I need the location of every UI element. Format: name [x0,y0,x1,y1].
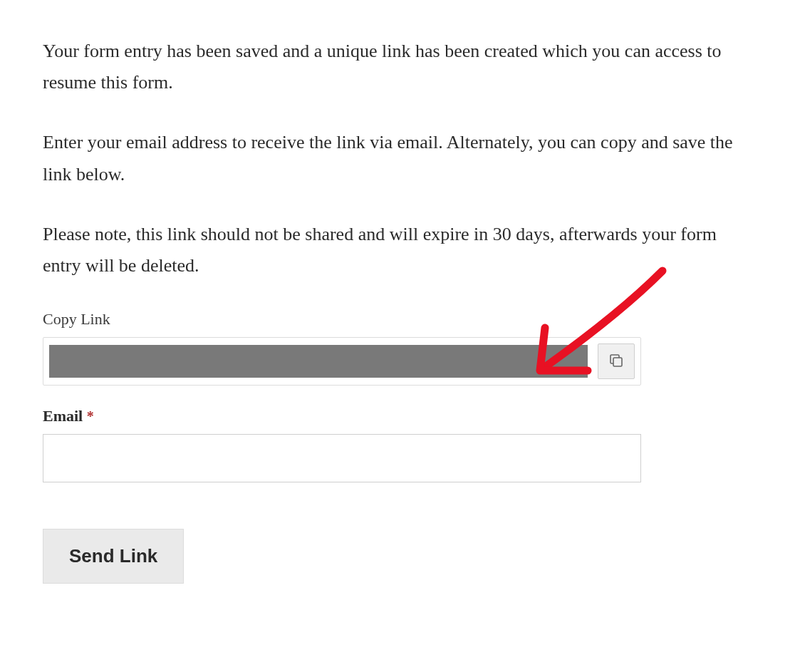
copy-icon [608,352,625,371]
copy-link-row [43,337,641,386]
copy-link-label: Copy Link [43,310,752,329]
link-value-redacted[interactable] [49,345,588,378]
copy-link-field: Copy Link [43,310,752,386]
info-paragraph-2: Enter your email address to receive the … [43,127,752,190]
email-field-group: Email * [43,407,752,482]
svg-rect-0 [613,358,622,366]
info-paragraph-3: Please note, this link should not be sha… [43,219,752,281]
info-paragraph-1: Your form entry has been saved and a uni… [43,36,752,98]
send-link-button[interactable]: Send Link [43,529,184,584]
required-indicator: * [87,408,94,424]
copy-button[interactable] [598,343,635,379]
email-label-text: Email [43,407,83,425]
email-input[interactable] [43,434,641,482]
email-label: Email * [43,407,752,425]
